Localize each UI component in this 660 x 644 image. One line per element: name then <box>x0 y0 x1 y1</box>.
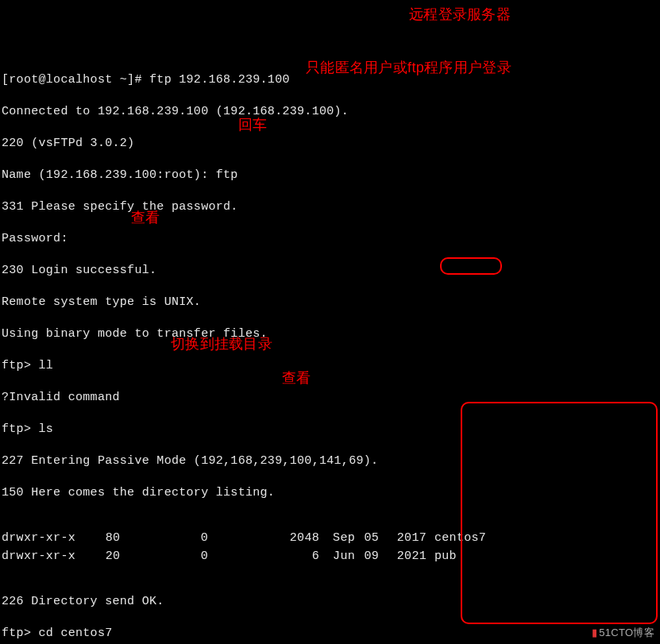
term-line: 150 Here comes the directory listing. <box>2 484 658 502</box>
annot-enter: 回车 <box>238 115 268 134</box>
col-links: 8 <box>89 529 113 547</box>
term-line: Using binary mode to transfer files. <box>2 325 658 343</box>
file-row: drwxr-xr-x8 002048Sep052017centos7 <box>2 529 658 547</box>
ftp-prompt[interactable]: ftp> cd centos7 <box>2 624 658 642</box>
term-line: Name (192.168.239.100:root): ftp <box>2 166 658 184</box>
col-owner: 0 <box>113 547 129 565</box>
blog-icon: ▮ <box>592 627 597 638</box>
col-month: Sep <box>319 529 355 547</box>
term-line: Remote system type is UNIX. <box>2 293 658 311</box>
file-row: drwxr-xr-x2 006Jun092021pub <box>2 547 658 565</box>
col-size: 6 <box>208 547 319 565</box>
term-line: 230 Login successful. <box>2 261 658 280</box>
ftp-prompt[interactable]: ftp> ll <box>2 357 658 375</box>
col-year: 2021 <box>379 547 426 565</box>
col-filename: centos7 <box>426 529 486 547</box>
col-group: 0 <box>129 529 208 547</box>
col-day: 05 <box>355 529 379 547</box>
col-size: 2048 <box>208 529 319 547</box>
term-line: 220 (vsFTPd 3.0.2) <box>2 134 658 152</box>
term-line: 226 Directory send OK. <box>2 592 658 611</box>
term-line: 331 Please specify the password. <box>2 198 658 216</box>
annot-cd-mount: 切换到挂载目录 <box>171 334 272 353</box>
col-month: Jun <box>319 547 355 565</box>
annot-view1: 查看 <box>131 208 160 227</box>
term-line: Password: <box>2 229 658 248</box>
term-line: ?Invalid command <box>2 388 658 407</box>
col-day: 09 <box>355 547 379 565</box>
col-group: 0 <box>129 547 208 565</box>
col-owner: 0 <box>113 529 129 547</box>
col-perm: drwxr-xr-x <box>2 529 89 547</box>
term-line: Connected to 192.168.239.100 (192.168.23… <box>2 102 658 121</box>
watermark: ▮51CTO博客 <box>589 625 657 641</box>
col-perm: drwxr-xr-x <box>2 547 89 565</box>
annot-view2: 查看 <box>282 368 311 388</box>
annot-anon-only: 只能匿名用户或ftp程序用户登录 <box>306 58 511 77</box>
term-line: 227 Entering Passive Mode (192,168,239,1… <box>2 452 658 470</box>
ftp-prompt[interactable]: ftp> ls <box>2 420 658 438</box>
annot-remote-login: 远程登录服务器 <box>409 5 511 24</box>
col-links: 2 <box>89 547 113 565</box>
col-year: 2017 <box>379 529 426 547</box>
col-filename: pub <box>426 547 457 565</box>
